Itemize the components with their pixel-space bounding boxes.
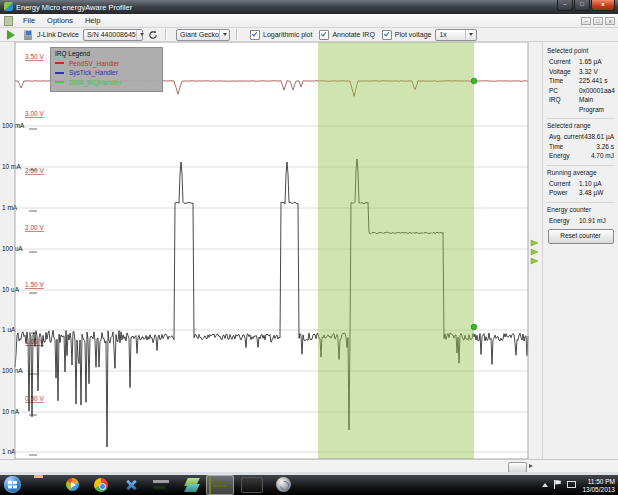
y-axis-label-current: 10 nA — [2, 408, 20, 415]
panel-row-label: Time — [549, 76, 579, 86]
irq-legend-entry: SysTick_Handler — [55, 69, 158, 76]
panel-row: Energy4.70 mJ — [547, 151, 614, 161]
energyaware-profiler-taskbar-icon[interactable] — [209, 476, 211, 495]
action-center-flag-icon[interactable] — [554, 480, 561, 489]
panel-row-label: Energy — [549, 151, 570, 161]
mdi-restore-button[interactable]: □ — [593, 17, 603, 25]
jlink-device-icon[interactable] — [24, 30, 32, 40]
network-icon[interactable] — [567, 481, 576, 489]
panel-group-title: Selected point — [547, 47, 614, 54]
irq-color-dash-icon — [55, 81, 64, 83]
profiler-chart[interactable]: 100 mA10 mA1 mA100 uA10 uA1 uA100 nA10 n… — [0, 42, 618, 459]
mdi-minimize-button[interactable]: – — [581, 17, 591, 25]
panel-row: Power3.48 µW — [547, 188, 614, 198]
board-select[interactable]: Giant Gecko — [176, 29, 230, 41]
horizontal-scrollbar[interactable] — [0, 459, 618, 472]
clock-time: 11:50 PM — [582, 478, 615, 486]
tray-show-hidden-icon[interactable] — [542, 483, 548, 487]
panel-row: Time225.441 s — [547, 76, 614, 86]
y-axis-label-voltage: 2.50 V — [25, 167, 44, 174]
close-button[interactable]: x — [591, 0, 615, 11]
panel-row-label: Time — [549, 142, 563, 152]
toolbar-separator — [236, 29, 237, 40]
selected-point-marker[interactable] — [471, 324, 477, 330]
scrollbar-right-arrow-icon[interactable] — [529, 464, 533, 468]
panel-group-title: Running average — [547, 169, 614, 176]
selected-point-marker[interactable] — [471, 78, 477, 84]
panel-row: PC0x00001aa4 — [547, 86, 614, 96]
irq-color-dash-icon — [55, 62, 64, 64]
jlink-device-label: J-Link Device — [37, 31, 79, 38]
panel-row-label: PC — [549, 86, 579, 96]
panel-row-label: Current — [549, 57, 579, 67]
panel-row-label: Voltage — [549, 67, 579, 77]
panel-row-value: 0x00001aa4 — [579, 86, 615, 96]
menu-options[interactable]: Options — [41, 16, 79, 25]
annotate-irq-label: Annotate IRQ — [332, 31, 374, 38]
serial-number-value: S/N 440008645 — [87, 31, 136, 38]
y-axis-label-current: 100 uA — [2, 245, 23, 252]
panel-row: Current1.65 µA — [547, 57, 614, 67]
panel-row-label: Power — [549, 188, 579, 198]
panel-row-value: 4.70 mJ — [591, 151, 614, 161]
start-orb-icon[interactable] — [4, 476, 21, 493]
irq-legend: IRQ Legend PendSV_HandlerSysTick_Handler… — [50, 47, 163, 92]
chevron-down-icon — [136, 30, 147, 40]
maximize-button[interactable]: □ — [574, 0, 590, 11]
panel-row: Energy10.91 mJ — [547, 216, 614, 226]
refresh-icon — [148, 30, 158, 40]
menu-file[interactable]: File — [17, 16, 41, 25]
annotate-irq-checkbox[interactable]: Annotate IRQ — [319, 30, 374, 40]
y-axis-label-current: 10 uA — [2, 286, 20, 293]
panel-row-value: 3.48 µW — [579, 188, 614, 198]
serial-number-select[interactable]: S/N 440008645 — [83, 29, 143, 41]
app-black-icon[interactable] — [241, 477, 263, 493]
chart-side-arrow-icon[interactable] — [531, 240, 538, 246]
y-axis-label-voltage: 1.50 V — [25, 281, 44, 288]
mdi-close-button[interactable]: x — [605, 17, 615, 25]
chevron-down-icon — [219, 30, 230, 40]
panel-row: Current1.10 µA — [547, 179, 614, 189]
panel-group-title: Energy counter — [547, 206, 614, 213]
selected-range-region[interactable] — [318, 42, 474, 459]
logarithmic-plot-checkbox[interactable]: Logarithmic plot — [250, 30, 312, 40]
plot-voltage-label: Plot voltage — [395, 31, 432, 38]
window-titlebar[interactable]: Energy Micro energyAware Profiler – □ x — [0, 0, 618, 14]
y-axis-label-voltage: 3.50 V — [25, 53, 44, 60]
y-axis-label-current: 1 nA — [2, 448, 16, 455]
toolbar: J-Link Device S/N 440008645 Giant Gecko … — [0, 28, 618, 42]
irq-legend-entry: DMA_IRQHandler — [55, 79, 158, 86]
panel-row-value: 3.32 V — [579, 67, 614, 77]
checkbox-checked-icon — [382, 30, 392, 40]
panel-row-label: Energy — [549, 216, 579, 226]
reset-counter-button[interactable]: Reset counter — [548, 229, 614, 244]
panel-row-label: IRQ — [549, 95, 579, 114]
board-value: Giant Gecko — [180, 31, 219, 38]
y-axis-label-current: 100 mA — [2, 122, 25, 129]
panel-row-value: 1.10 µA — [579, 179, 614, 189]
window-title: Energy Micro energyAware Profiler — [16, 3, 132, 12]
panel-row-value: 438.61 µA — [584, 132, 614, 142]
panel-group: Selected rangeAvg. current438.61 µATime3… — [546, 118, 615, 165]
taskbar: 11:50 PM 13/05/2013 — [0, 475, 618, 495]
plot-voltage-checkbox[interactable]: Plot voltage — [382, 30, 432, 40]
panel-row-label: Avg. current — [549, 132, 584, 142]
application-window: Energy Micro energyAware Profiler – □ x … — [0, 0, 618, 495]
chart-side-arrow-icon[interactable] — [531, 258, 538, 264]
clock-date: 13/05/2013 — [582, 486, 615, 494]
panel-row-value: 225.441 s — [579, 76, 614, 86]
panel-row-value: 3.26 s — [596, 142, 614, 152]
y-axis-label-voltage: 3.00 V — [25, 110, 44, 117]
chart-side-arrow-icon[interactable] — [531, 249, 538, 255]
menu-help[interactable]: Help — [79, 16, 106, 25]
panel-row: IRQMain Program — [547, 95, 614, 114]
zoom-select[interactable]: 1x — [435, 29, 477, 41]
y-axis-label-voltage: 0.50 V — [25, 395, 44, 402]
y-axis-label-current: 100 nA — [2, 367, 23, 374]
logarithmic-plot-label: Logarithmic plot — [263, 31, 312, 38]
start-capture-button[interactable] — [7, 30, 15, 40]
refresh-devices-button[interactable] — [147, 29, 159, 41]
taskbar-clock[interactable]: 11:50 PM 13/05/2013 — [582, 478, 615, 494]
minimize-button[interactable]: – — [557, 0, 573, 11]
irq-handler-label: SysTick_Handler — [69, 69, 118, 76]
